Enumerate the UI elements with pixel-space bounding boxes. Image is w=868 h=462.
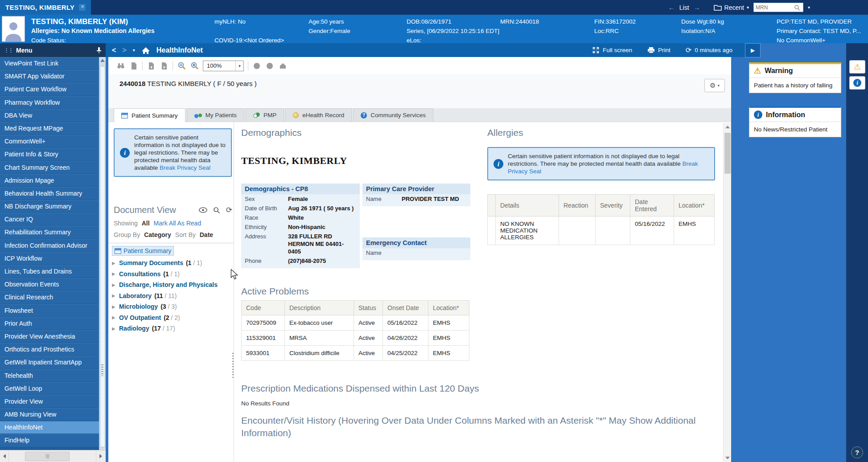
sidebar-item[interactable]: Behavioral Health Summary — [0, 187, 99, 200]
sidebar-item[interactable]: Provider View — [0, 395, 99, 408]
tab[interactable]: My Patients — [187, 108, 245, 122]
reload-icon[interactable]: ⟳ — [226, 205, 232, 215]
nav-dropdown-icon[interactable]: ▾ — [133, 48, 135, 53]
sidebar-item[interactable]: GetWell Loop — [0, 382, 99, 395]
document-category[interactable]: ▶ Radiology (17 / 17) — [112, 323, 234, 334]
tree-expand-icon[interactable]: ▶ — [112, 261, 116, 266]
pin-icon[interactable] — [96, 47, 102, 54]
close-icon[interactable]: × — [79, 4, 86, 11]
sort-by-value[interactable]: Date — [200, 231, 213, 238]
sidebar-item[interactable]: Prior Auth — [0, 317, 99, 330]
list-forward-icon[interactable]: → — [694, 4, 700, 11]
mark-all-read-link[interactable]: Mark All As Read — [154, 220, 202, 227]
tab[interactable]: Community Services — [353, 108, 433, 122]
sidebar-item[interactable]: Clinical Research — [0, 291, 99, 304]
information-alert-button[interactable]: i — [849, 76, 865, 90]
page-icon[interactable] — [129, 61, 138, 70]
hscrollbar-thumb[interactable] — [25, 452, 70, 461]
sidebar-item[interactable]: Chart Summary Screen — [0, 161, 99, 174]
tab[interactable]: PMP — [246, 108, 284, 122]
sidebar-item[interactable]: ViewPoint Test Link — [0, 57, 99, 70]
sidebar-item[interactable]: Cancer IQ — [0, 213, 99, 226]
sidebar-item[interactable]: SMART App Validator — [0, 70, 99, 83]
tree-expand-icon[interactable]: ▶ — [112, 282, 116, 287]
document-category[interactable]: ▶ Laboratory (11 / 11) — [112, 290, 234, 302]
scroll-down-button[interactable] — [724, 454, 732, 462]
sidebar-item[interactable]: Orthotics and Prosthetics — [0, 343, 99, 356]
fit-page-icon[interactable] — [252, 61, 261, 70]
refresh-button[interactable]: ⟳ 0 minutes ago — [686, 47, 732, 54]
sidebar-item[interactable]: Admission Mpage — [0, 174, 99, 187]
zoom-out-icon[interactable] — [177, 61, 186, 70]
document-tree-root[interactable]: Patient Summary — [112, 246, 174, 256]
sidebar-item[interactable]: Flowsheet — [0, 304, 99, 317]
sidebar-item[interactable]: Telehealth — [0, 369, 99, 382]
sidebar-item[interactable]: Observation Events — [0, 278, 99, 291]
group-by-value[interactable]: Category — [144, 231, 171, 238]
sidebar-hscrollbar[interactable] — [0, 450, 106, 462]
sidebar-item[interactable]: ICP Workflow — [0, 252, 99, 265]
sidebar-item[interactable]: Pharmacy Workflow — [0, 96, 99, 109]
table-row[interactable]: 5933001 Clostridium difficile Active 04/… — [242, 346, 469, 361]
previous-page-icon[interactable] — [147, 61, 156, 70]
scroll-right-button[interactable] — [96, 451, 105, 462]
sidebar-item[interactable]: NB Discharge Summary — [0, 200, 99, 213]
showing-value[interactable]: All — [142, 220, 150, 227]
eye-icon[interactable] — [199, 207, 207, 213]
sidebar-item[interactable]: GetWell Inpatient SmartApp — [0, 356, 99, 369]
scroll-up-icon[interactable] — [100, 59, 105, 62]
content-scrollbar[interactable] — [723, 123, 731, 462]
tree-expand-icon[interactable]: ▶ — [112, 304, 116, 309]
back-icon[interactable]: < — [112, 46, 116, 54]
recent-button[interactable]: Recent ▾ — [714, 4, 749, 11]
tree-expand-icon[interactable]: ▶ — [112, 326, 116, 331]
tree-expand-icon[interactable]: ▶ — [112, 315, 116, 320]
document-category[interactable]: ▶ Consultations (1 / 1) — [112, 269, 234, 280]
sidebar-item[interactable]: Patient Info & Story — [0, 148, 99, 161]
sidebar-item[interactable]: HealthInfoNet — [0, 421, 99, 434]
home-view-icon[interactable] — [278, 61, 287, 70]
sidebar-item[interactable]: Lines, Tubes and Drains — [0, 265, 99, 278]
table-row[interactable]: 115329001 MRSA Active 04/26/2022 EMHS — [242, 331, 469, 346]
zoom-level-select[interactable]: 100% ▾ — [203, 61, 244, 71]
document-category[interactable]: ▶ Discharge, History and Physicals — [112, 279, 234, 290]
sidebar-item[interactable]: FindHelp — [0, 434, 99, 447]
tree-expand-icon[interactable]: ▶ — [112, 271, 116, 276]
sidebar-item[interactable]: Med Request MPage — [0, 122, 99, 135]
search-icon[interactable] — [213, 207, 220, 214]
sidebar-item[interactable]: Provider View Anesthesia — [0, 330, 99, 343]
scrollbar-thumb[interactable] — [100, 66, 105, 447]
fullscreen-button[interactable]: Full screen — [592, 46, 632, 54]
zoom-in-icon[interactable] — [190, 61, 199, 70]
forward-icon[interactable]: > — [122, 46, 126, 54]
scroll-up-button[interactable] — [724, 123, 732, 131]
table-row[interactable]: 702975009 Ex-tobacco user Active 05/16/2… — [242, 315, 469, 331]
tree-expand-icon[interactable]: ▶ — [112, 293, 116, 298]
splitter-grip-icon[interactable] — [232, 353, 234, 379]
tab[interactable]: eHealth Record — [285, 108, 352, 122]
break-privacy-seal-link[interactable]: Break Privacy Seal — [160, 164, 210, 171]
document-category[interactable]: ▶ OV Outpatient (2 / 2) — [112, 312, 234, 323]
settings-button[interactable]: ⚙ ▾ — [704, 79, 725, 92]
document-category[interactable]: ▶ Summary Documents (1 / 1) — [112, 258, 234, 269]
warning-alert-button[interactable]: ⚠ — [849, 60, 865, 74]
list-back-icon[interactable]: ← — [668, 4, 675, 11]
sidebar-item[interactable]: Patient Care Workflow — [0, 83, 99, 96]
search-icon[interactable] — [794, 4, 800, 11]
patient-chart-tab[interactable]: TESTING, KIMBERLY × — [0, 0, 91, 15]
sidebar-item[interactable]: DBA View — [0, 109, 99, 122]
collapse-panel-button[interactable]: ▶ — [745, 43, 761, 57]
search-input[interactable] — [756, 4, 794, 11]
find-icon[interactable] — [116, 61, 125, 70]
scrollbar-thumb[interactable] — [724, 133, 731, 174]
list-label[interactable]: List — [679, 4, 689, 11]
help-button[interactable]: ? — [851, 446, 863, 458]
search-options-icon[interactable]: ▾ — [808, 5, 810, 10]
sidebar-item[interactable]: AMB Nursing View — [0, 408, 99, 421]
sidebar-scrollbar[interactable] — [99, 57, 106, 450]
fit-width-icon[interactable] — [265, 61, 274, 70]
document-category[interactable]: ▶ Microbiology (3 / 3) — [112, 301, 234, 312]
tab[interactable]: Patient Summary — [114, 108, 185, 122]
sidebar-item[interactable]: Rehabilitation Summary — [0, 226, 99, 239]
scroll-left-button[interactable] — [0, 451, 9, 462]
